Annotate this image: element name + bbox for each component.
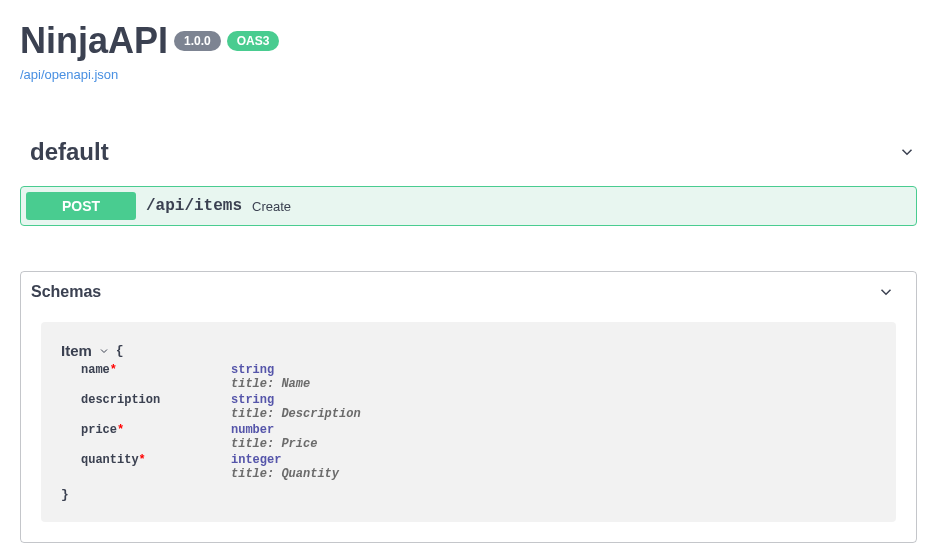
prop-type: integer: [231, 453, 281, 467]
prop-label: name: [81, 363, 110, 377]
prop-label: price: [81, 423, 117, 437]
tag-header-default[interactable]: default: [20, 138, 917, 176]
required-star: *: [117, 423, 124, 437]
operation-summary: Create: [252, 199, 291, 214]
prop-label: description: [81, 393, 160, 407]
prop-title: title: Quantity: [231, 467, 876, 481]
page-title: NinjaAPI: [20, 20, 168, 62]
chevron-down-icon: [98, 345, 110, 357]
prop-title: title: Description: [231, 407, 876, 421]
required-star: *: [110, 363, 117, 377]
oas-badge: OAS3: [227, 31, 280, 51]
version-badge: 1.0.0: [174, 31, 221, 51]
prop-quantity-row: quantity* integer: [81, 453, 876, 467]
chevron-down-icon: [897, 142, 917, 162]
tag-title: default: [30, 138, 109, 166]
schemas-title: Schemas: [31, 283, 101, 301]
prop-type: string: [231, 363, 274, 377]
prop-title: title: Name: [231, 377, 876, 391]
prop-description-row: description string: [81, 393, 876, 407]
prop-name-row: name* string: [81, 363, 876, 377]
model-name: Item: [61, 342, 92, 359]
model-item-header[interactable]: Item {: [61, 342, 876, 359]
required-star: *: [139, 453, 146, 467]
prop-title: title: Price: [231, 437, 876, 451]
prop-price-row: price* number: [81, 423, 876, 437]
prop-label: quantity: [81, 453, 139, 467]
schemas-header[interactable]: Schemas: [21, 272, 916, 312]
chevron-down-icon: [876, 282, 896, 302]
prop-type: number: [231, 423, 274, 437]
operation-post-items[interactable]: POST /api/items Create: [20, 186, 917, 226]
open-brace: {: [116, 343, 124, 358]
operation-path: /api/items: [146, 197, 242, 215]
prop-type: string: [231, 393, 274, 407]
openapi-spec-link[interactable]: /api/openapi.json: [20, 67, 118, 82]
method-badge: POST: [26, 192, 136, 220]
close-brace: }: [61, 487, 876, 502]
